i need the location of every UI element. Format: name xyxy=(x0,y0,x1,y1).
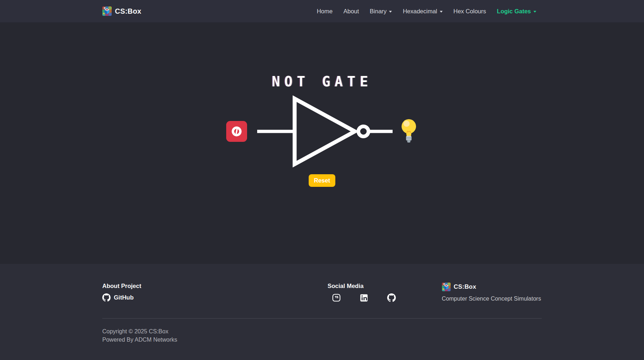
footer-divider xyxy=(102,318,542,319)
nav-item-hex-colours[interactable]: Hex Colours xyxy=(448,5,492,18)
not-gate-diagram xyxy=(0,95,644,167)
gate-triangle xyxy=(295,99,355,164)
nav-label: Logic Gates xyxy=(497,8,531,15)
footer-brand-name: CS:Box xyxy=(454,283,477,291)
chevron-down-icon xyxy=(533,11,536,13)
github-link-label: GitHub xyxy=(114,294,134,301)
nav-item-binary[interactable]: Binary xyxy=(365,5,398,18)
reset-button[interactable]: Reset xyxy=(309,174,336,187)
footer-about-section: About Project GitHub xyxy=(102,283,249,303)
copyright-block: Copyright © 2025 CS:Box Powered By ADCM … xyxy=(102,327,542,360)
nav-item-hexadecimal[interactable]: Hexadecimal xyxy=(397,5,448,18)
brand-tagline: Computer Science Concept Simulators xyxy=(442,296,542,302)
nav-label: Hex Colours xyxy=(453,8,486,15)
linkedin-icon[interactable] xyxy=(360,294,368,302)
nav-item-logic-gates[interactable]: Logic Gates xyxy=(492,5,542,18)
nav-label: Home xyxy=(317,8,332,15)
csbox-app: CS:Box Home About Binary Hexadecimal Hex… xyxy=(0,0,644,360)
nav-item-home[interactable]: Home xyxy=(311,5,338,18)
footer-social-section: Social Media xyxy=(249,283,396,303)
nav-label: Hexadecimal xyxy=(403,8,437,15)
nav-label: Binary xyxy=(370,8,387,15)
chevron-down-icon xyxy=(440,11,443,13)
footer-brand-section: CS:Box Computer Science Concept Simulato… xyxy=(396,283,542,303)
navbar: CS:Box Home About Binary Hexadecimal Hex… xyxy=(0,0,644,22)
lightbulb-on-icon xyxy=(400,118,418,144)
csbox-logo-icon xyxy=(442,283,451,291)
inverter-bubble xyxy=(358,126,368,136)
input-zero-power-icon xyxy=(230,125,243,138)
nav-menu: Home About Binary Hexadecimal Hex Colour… xyxy=(311,5,542,18)
nav-label: About xyxy=(343,8,359,15)
simulator-main: NOT GATE xyxy=(0,22,644,264)
footer: About Project GitHub Social Media xyxy=(0,264,644,360)
github-icon[interactable] xyxy=(387,293,396,302)
github-link[interactable]: GitHub xyxy=(102,293,134,302)
input-toggle-button[interactable] xyxy=(226,121,247,142)
about-project-heading: About Project xyxy=(102,283,249,289)
nav-item-about[interactable]: About xyxy=(338,5,364,18)
not-gate-symbol xyxy=(257,95,393,167)
chevron-down-icon xyxy=(389,11,392,13)
social-media-heading: Social Media xyxy=(328,283,396,289)
brand-link[interactable]: CS:Box xyxy=(102,6,141,16)
copyright-text: Copyright © 2025 CS:Box xyxy=(102,327,542,336)
simulator-title: NOT GATE xyxy=(0,74,644,89)
mastodon-icon[interactable] xyxy=(332,293,341,302)
github-icon xyxy=(102,293,111,302)
brand-name: CS:Box xyxy=(115,7,141,15)
powered-by-text: Powered By ADCM Networks xyxy=(102,336,542,344)
csbox-logo-icon xyxy=(102,6,112,16)
